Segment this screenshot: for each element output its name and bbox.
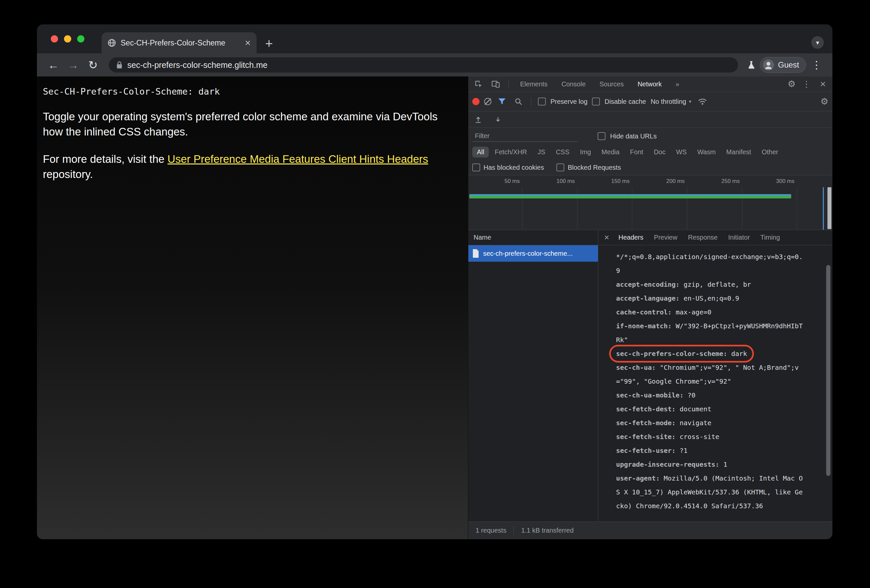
header-name: user-agent: [616, 474, 660, 482]
network-status-bar: 1 requests 1.1 kB transferred [468, 521, 833, 539]
header-entry: if-none-match: W/"392-B+pCtpzl+pyWUSHMRn… [616, 319, 804, 347]
network-settings-gear-icon[interactable]: ⚙ [821, 97, 828, 106]
header-entry: user-agent: Mozilla/5.0 (Macintosh; Inte… [616, 471, 804, 513]
transferred-size: 1.1 kB transferred [521, 527, 574, 534]
header-entry: cache-control: max-age=0 [616, 305, 804, 319]
new-tab-button[interactable]: + [265, 37, 273, 50]
tab-initiator[interactable]: Initiator [723, 230, 755, 245]
more-tabs-button[interactable]: » [671, 76, 684, 92]
filter-input[interactable]: Filter [472, 131, 578, 142]
timeline-gridline [632, 187, 632, 230]
network-main: Name sec-ch-prefers-color-scheme... × He… [468, 230, 833, 521]
header-value: 1 [723, 460, 727, 468]
header-name: sec-ch-ua-mobile: [616, 391, 684, 399]
tab-sources[interactable]: Sources [595, 76, 628, 92]
tab-console[interactable]: Console [557, 76, 590, 92]
devtools-menu-icon[interactable]: ⋮ [800, 79, 813, 89]
header-value: cross-site [680, 433, 719, 441]
browser-menu-button[interactable]: ⋮ [809, 59, 824, 71]
record-button[interactable] [472, 98, 480, 105]
devtools-settings-gear-icon[interactable]: ⚙ [788, 80, 796, 89]
network-overview-timeline[interactable]: 50 ms 100 ms 150 ms 200 ms 250 ms 300 ms [468, 175, 833, 230]
har-row [468, 111, 833, 128]
header-name: accept-encoding: [616, 281, 680, 288]
domcontentloaded-marker [823, 187, 824, 230]
tab-response[interactable]: Response [683, 230, 723, 245]
client-hints-link[interactable]: User Preference Media Features Client Hi… [168, 153, 428, 165]
header-name: sec-fetch-dest: [616, 405, 676, 413]
device-toolbar-icon[interactable] [489, 80, 502, 88]
request-row[interactable]: sec-ch-prefers-color-scheme... [468, 245, 598, 262]
chip-other[interactable]: Other [757, 147, 783, 157]
devtools-close-icon[interactable]: × [817, 79, 828, 90]
profile-button[interactable]: Guest [760, 57, 806, 73]
name-column-header[interactable]: Name [468, 230, 598, 245]
tab-close-icon[interactable]: × [245, 38, 251, 48]
header-entry-highlighted: sec-ch-prefers-color-scheme: dark [616, 347, 804, 361]
blocked-row: Has blocked cookies Blocked Requests [468, 160, 833, 175]
header-name: cache-control: [616, 308, 672, 316]
timeline-scroll-handle[interactable] [827, 187, 831, 229]
preserve-log-checkbox[interactable] [538, 98, 546, 105]
clear-requests-icon[interactable] [484, 98, 492, 105]
details-scrollbar[interactable] [826, 265, 830, 476]
close-window-button[interactable] [51, 35, 58, 43]
browser-tab[interactable]: Sec-CH-Prefers-Color-Scheme × [101, 32, 256, 53]
import-har-icon[interactable] [472, 116, 484, 123]
filter-funnel-icon[interactable] [496, 98, 508, 105]
back-button[interactable]: ← [45, 56, 62, 73]
labs-flask-icon[interactable] [745, 60, 757, 70]
paragraph-text: repository. [43, 168, 93, 180]
export-har-icon[interactable] [492, 116, 504, 123]
disable-cache-checkbox[interactable] [592, 98, 600, 105]
chip-all[interactable]: All [472, 147, 489, 157]
blocked-requests-checkbox[interactable] [556, 163, 564, 171]
divider [514, 526, 514, 535]
details-close-icon[interactable]: × [600, 232, 613, 243]
header-entry: sec-fetch-dest: document [616, 402, 804, 416]
headers-list: */*;q=0.8,application/signed-exchange;v=… [598, 245, 833, 521]
chip-media[interactable]: Media [597, 147, 624, 157]
header-entry: sec-fetch-site: cross-site [616, 430, 804, 444]
hide-data-urls-checkbox[interactable] [597, 132, 605, 140]
header-entry: accept-language: en-US,en;q=0.9 [616, 291, 804, 305]
tab-elements[interactable]: Elements [515, 76, 552, 92]
url-text: sec-ch-prefers-color-scheme.glitch.me [127, 60, 267, 70]
chip-ws[interactable]: WS [672, 147, 691, 157]
header-name: sec-fetch-mode: [616, 419, 676, 427]
tab-timing[interactable]: Timing [755, 230, 785, 245]
tab-network[interactable]: Network [633, 76, 666, 92]
search-icon[interactable] [512, 98, 524, 105]
header-entry: sec-ch-ua-mobile: ?0 [616, 388, 804, 402]
timeline-request-bar [469, 194, 791, 198]
chip-js[interactable]: JS [533, 147, 550, 157]
chip-fetch-xhr[interactable]: Fetch/XHR [490, 147, 532, 157]
tab-preview[interactable]: Preview [649, 230, 683, 245]
chip-font[interactable]: Font [625, 147, 648, 157]
divider [531, 97, 531, 106]
tab-search-button[interactable]: ▾ [811, 36, 824, 49]
inspect-element-icon[interactable] [472, 80, 485, 88]
timeline-gridline [687, 187, 687, 230]
header-entry: accept-encoding: gzip, deflate, br [616, 278, 804, 291]
throttling-dropdown[interactable]: No throttling ▾ [651, 98, 691, 105]
chip-wasm[interactable]: Wasm [693, 147, 720, 157]
chip-doc[interactable]: Doc [649, 147, 670, 157]
blocked-cookies-checkbox[interactable] [472, 163, 480, 171]
chip-manifest[interactable]: Manifest [722, 147, 756, 157]
divider [508, 80, 509, 88]
reload-button[interactable]: ↻ [85, 56, 101, 73]
desktop-background: Sec-CH-Prefers-Color-Scheme × + ▾ ← → ↻ … [0, 0, 870, 588]
minimize-window-button[interactable] [64, 35, 71, 43]
network-conditions-icon[interactable] [696, 98, 709, 105]
blocked-requests-label: Blocked Requests [568, 164, 621, 171]
tab-headers[interactable]: Headers [613, 230, 649, 245]
chip-img[interactable]: Img [575, 147, 596, 157]
address-bar[interactable]: sec-ch-prefers-color-scheme.glitch.me [109, 57, 738, 73]
chip-css[interactable]: CSS [551, 147, 574, 157]
timeline-gridline [797, 187, 797, 230]
timeline-gridline [577, 187, 578, 230]
forward-button[interactable]: → [65, 56, 82, 73]
page-scheme-header: Sec-CH-Prefers-Color-Scheme: dark [43, 86, 455, 97]
fullscreen-window-button[interactable] [77, 35, 85, 43]
